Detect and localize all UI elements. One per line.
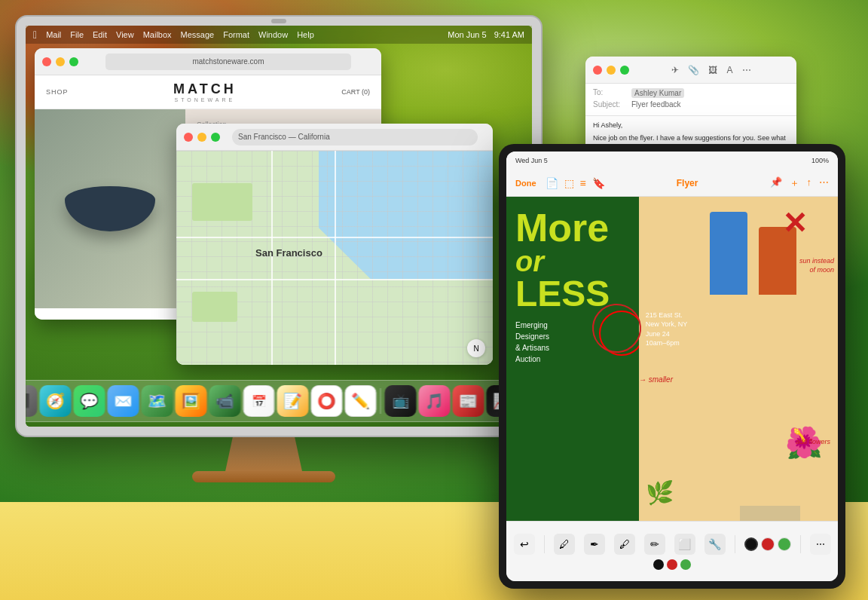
maps-window: San Francisco — California San Francisco…: [176, 124, 493, 365]
ipad-more-options-icon[interactable]: ⋯: [819, 176, 829, 190]
ipad-flyer-auction: Auction: [515, 354, 630, 365]
ipad-annotation-flowers: add flowers: [796, 438, 830, 445]
ipad-pen-tool-3[interactable]: 🖋: [614, 534, 635, 555]
ipad-undo-button[interactable]: ↩: [514, 534, 535, 555]
ipad-flyer-design: More or LESS Emerging Designers & Artisa…: [506, 197, 838, 521]
dock: 🔵 ⬛ 🧭 💬 ✉️ 🗺️ 🖼️ 📹: [26, 380, 532, 422]
safari-url-bar[interactable]: matchstoneware.com: [105, 54, 351, 70]
menubar-format[interactable]: Format: [223, 30, 249, 39]
ipad-flyer-door-blue: [710, 212, 747, 295]
ipad-toolbar-grid-icon[interactable]: ⬚: [564, 177, 574, 189]
ipad-add-icon[interactable]: ＋: [790, 176, 799, 190]
ipad-toolbar-bookmark-icon[interactable]: 🔖: [592, 177, 605, 189]
dock-icon-mail[interactable]: ✉️: [108, 385, 139, 417]
mail-format-icon[interactable]: A: [726, 65, 732, 75]
maps-minimize-button[interactable]: [197, 133, 206, 142]
mail-close-button[interactable]: [593, 66, 602, 75]
mail-more-icon[interactable]: ⋯: [742, 65, 751, 75]
ipad-done-button[interactable]: Done: [515, 179, 536, 188]
ipad-flyer-x-mark: ✕: [782, 208, 808, 238]
ipad-flyer-plant-bottom: 🌿: [646, 479, 674, 506]
ipad-status-date-label: Wed Jun 5: [515, 157, 548, 164]
menubar-left:  Mail File Edit View Mailbox Message Fo…: [33, 29, 448, 41]
ipad-color-black-2[interactable]: [653, 559, 664, 570]
ipad-pin-icon[interactable]: 📌: [770, 176, 782, 190]
ipad-pen-tool-2[interactable]: ✒: [584, 534, 605, 555]
menubar-right: Mon Jun 5 9:41 AM: [448, 30, 524, 39]
maps-fullscreen-button[interactable]: [211, 133, 220, 142]
menubar-file[interactable]: File: [70, 30, 84, 39]
map-road-4: [335, 151, 336, 365]
ipad-content-area: More or LESS Emerging Designers & Artisa…: [506, 197, 838, 521]
apple-menu[interactable]: : [33, 29, 37, 41]
mail-to-row: To: Ashley Kumar: [593, 88, 789, 98]
ipad-color-green-2[interactable]: [680, 559, 691, 570]
mail-to-value[interactable]: Ashley Kumar: [631, 88, 684, 98]
mail-fullscreen-button[interactable]: [620, 66, 629, 75]
menubar-mail[interactable]: Mail: [46, 30, 61, 39]
menubar-view[interactable]: View: [116, 30, 134, 39]
menubar-window[interactable]: Window: [258, 30, 288, 39]
ipad-toolbar-doc-icon[interactable]: 📄: [546, 177, 558, 189]
dock-icon-calendar[interactable]: 📅: [243, 385, 275, 417]
ipad-status-date: Wed Jun 5: [515, 157, 548, 164]
mail-subject-label: Subject:: [593, 100, 627, 109]
ipad-pen-tool-6[interactable]: 🔧: [704, 534, 726, 555]
tools-divider: [544, 535, 545, 553]
bowl-product-image: [65, 186, 155, 231]
dock-icon-music[interactable]: 🎵: [419, 385, 451, 417]
dock-icon-notes[interactable]: 📝: [277, 385, 309, 417]
ipad-flyer-date: June 24: [646, 329, 688, 339]
mail-subject-row: Subject: Flyer feedback: [593, 100, 789, 109]
dock-icon-launchpad[interactable]: ⬛: [26, 385, 38, 417]
tools-divider-3: [800, 535, 801, 553]
safari-close-button[interactable]: [42, 57, 51, 66]
ipad-pen-tool-1[interactable]: 🖊: [554, 534, 575, 555]
ipad-color-green[interactable]: [778, 537, 791, 551]
imac-base: [192, 471, 335, 482]
ipad-color-row-bottom: [653, 559, 691, 570]
dock-icon-messages[interactable]: 💬: [74, 385, 105, 417]
ipad-flyer-platform: [740, 506, 800, 521]
ipad-color-red[interactable]: [761, 537, 775, 551]
ipad-annotation-smaller: → smaller: [639, 375, 673, 384]
mail-toolbar-icons: ✈ 📎 🖼 A ⋯: [634, 65, 789, 75]
dock-icon-reminders[interactable]: ⭕: [311, 385, 343, 417]
ipad-flyer-address: 215 East St. New York, NY June 24 10am–6…: [646, 311, 688, 348]
dock-icon-apple-tv[interactable]: 📺: [385, 385, 417, 417]
menubar-message[interactable]: Message: [181, 30, 215, 39]
dock-icon-news[interactable]: 📰: [453, 385, 484, 417]
maps-close-button[interactable]: [184, 133, 193, 142]
dock-icon-safari[interactable]: 🧭: [40, 385, 72, 417]
ipad-toolbar-icons-right: 📌 ＋ ↑ ⋯: [770, 176, 830, 190]
ipad-pen-tool-5[interactable]: ⬜: [674, 534, 695, 555]
safari-fullscreen-button[interactable]: [69, 57, 78, 66]
menubar-edit[interactable]: Edit: [93, 30, 107, 39]
menubar-help[interactable]: Help: [297, 30, 314, 39]
mail-attach-icon[interactable]: 📎: [688, 65, 699, 75]
mail-send-icon[interactable]: ✈: [671, 65, 679, 75]
ipad-share-icon[interactable]: ↑: [807, 176, 812, 190]
ipad-flyer-address-line1: 215 East St.: [646, 311, 688, 320]
dock-icon-photos[interactable]: 🖼️: [176, 385, 207, 417]
ipad-color-red-2[interactable]: [667, 559, 677, 570]
maps-search-text: San Francisco — California: [238, 133, 330, 141]
menubar-mailbox[interactable]: Mailbox: [143, 30, 172, 39]
mail-minimize-button[interactable]: [607, 66, 616, 75]
safari-brand-subtitle: STONEWARE: [173, 97, 237, 103]
mail-photo-icon[interactable]: 🖼: [708, 65, 717, 75]
safari-cart[interactable]: CART (0): [341, 88, 370, 96]
ipad-toolbar-format-icon[interactable]: ≡: [580, 177, 586, 189]
ipad-flyer-left-panel: More or LESS Emerging Designers & Artisa…: [506, 197, 639, 521]
ipad-more-tools-button[interactable]: ⋯: [810, 534, 831, 555]
dock-icon-facetime[interactable]: 📹: [209, 385, 241, 417]
ipad-pen-tool-4[interactable]: ✏: [644, 534, 665, 555]
dock-icon-freeform[interactable]: ✏️: [345, 385, 377, 417]
ipad-flyer-time: 10am–6pm: [646, 338, 688, 348]
map-park-1: [192, 183, 252, 221]
ipad-color-black[interactable]: [744, 537, 758, 551]
dock-icon-maps[interactable]: 🗺️: [142, 385, 173, 417]
safari-minimize-button[interactable]: [56, 57, 65, 66]
mail-subject-value[interactable]: Flyer feedback: [631, 100, 681, 109]
maps-search-bar[interactable]: San Francisco — California: [232, 129, 478, 145]
